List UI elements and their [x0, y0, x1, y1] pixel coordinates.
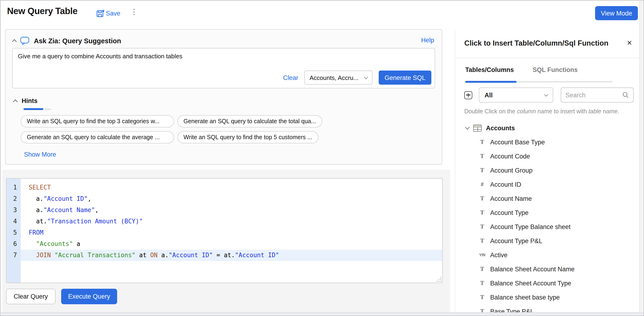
code-line[interactable]: 1SELECT	[6, 182, 442, 193]
column-label: Account Type P&L	[490, 237, 542, 244]
column-label: Account Group	[490, 167, 532, 174]
search-input[interactable]	[566, 92, 622, 98]
clear-link[interactable]: Clear	[283, 74, 298, 81]
more-options-button[interactable]: ⋮	[130, 8, 138, 16]
line-number: 2	[6, 193, 21, 204]
column-label: Account ID	[490, 181, 521, 188]
column-item[interactable]: TAccount Base Type	[455, 135, 641, 149]
text-column-icon: T	[478, 209, 486, 216]
save-button[interactable]: Save	[96, 10, 120, 18]
table-filter-dropdown[interactable]: All	[479, 88, 553, 102]
text-column-icon: T	[478, 152, 486, 160]
query-table-window: New Query Table Save ⋮ View Mode	[0, 0, 644, 316]
helper-text: Double Click on the column name to inser…	[464, 108, 619, 115]
text-column-icon: T	[478, 279, 486, 287]
tab-track	[465, 81, 612, 82]
zia-query-input[interactable]: Give me a query to combine Accounts and …	[12, 48, 435, 88]
table-icon	[473, 124, 482, 132]
line-number: 6	[6, 238, 21, 250]
text-column-icon: T	[478, 265, 486, 273]
column-item[interactable]: TAccount Type P&L	[455, 234, 641, 248]
search-box	[561, 88, 634, 102]
tables-dropdown[interactable]: Accounts, Accru...	[304, 70, 372, 85]
sql-editor-area: 1SELECT2 a."Account ID",3 a."Account Nam…	[2, 170, 450, 314]
save-icon	[96, 10, 105, 18]
active-tab-indicator	[465, 81, 516, 83]
line-number: 5	[6, 227, 21, 238]
column-item[interactable]: #Account ID	[455, 177, 641, 192]
hint-chip[interactable]: Generate an SQL query to calculate the t…	[177, 115, 322, 128]
line-number: 4	[6, 216, 21, 227]
tab-sql-functions[interactable]: SQL Functions	[533, 66, 578, 73]
page-title: New Query Table	[7, 6, 78, 16]
execute-query-button[interactable]: Execute Query	[61, 289, 117, 304]
vertical-scrollbar[interactable]	[639, 1, 643, 315]
column-label: Balance Sheet Account Type	[490, 280, 571, 286]
boolean-column-icon: Y/N	[478, 252, 486, 257]
column-label: Account Type Balance sheet	[490, 223, 570, 230]
code-line[interactable]: 3 a."Account Name",	[6, 204, 442, 216]
hint-chips: Write an SQL query to find the top 3 cat…	[21, 115, 322, 147]
column-label: Balance Sheet Account Name	[490, 266, 574, 272]
chevron-down-icon	[544, 92, 548, 96]
chevron-down-icon[interactable]	[465, 125, 470, 130]
line-number: 3	[6, 204, 21, 216]
column-item[interactable]: TAccount Group	[455, 163, 641, 177]
code-line[interactable]: 7 JOIN "Accrual Transactions" at ON a."A…	[6, 250, 442, 261]
line-number: 1	[6, 182, 21, 193]
line-number: 7	[6, 250, 21, 261]
column-item[interactable]: TAccount Code	[455, 149, 641, 163]
code-line[interactable]: 5FROM	[6, 227, 442, 238]
column-item[interactable]: TBalance Sheet Account Type	[455, 276, 641, 290]
divider	[455, 58, 641, 58]
column-item[interactable]: TBase Type P&L	[455, 304, 641, 313]
code-line[interactable]: 4 at."Transaction Amount (BCY)"	[6, 216, 442, 227]
chevron-down-icon	[364, 75, 368, 79]
sql-code: 1SELECT2 a."Account ID",3 a."Account Nam…	[6, 182, 442, 261]
column-label: Active	[490, 251, 508, 258]
number-column-icon: #	[478, 182, 486, 187]
column-label: Account Base Type	[490, 138, 545, 146]
hints-title: Hints	[22, 97, 38, 104]
help-link[interactable]: Help	[421, 37, 434, 44]
hint-chip[interactable]: Generate an SQL query to calculate the a…	[21, 131, 174, 144]
code-line[interactable]: 6 "Accounts" a	[6, 238, 442, 250]
column-item[interactable]: Y/NActive	[455, 248, 641, 262]
column-list: TAccount Base TypeTAccount CodeTAccount …	[455, 135, 641, 313]
horizontal-scrollbar[interactable]	[1, 312, 643, 315]
text-column-icon: T	[478, 138, 486, 146]
column-item[interactable]: TBalance sheet base type	[455, 290, 641, 304]
clear-query-button[interactable]: Clear Query	[6, 289, 56, 304]
generate-sql-button[interactable]: Generate SQL	[379, 70, 431, 85]
column-item[interactable]: TAccount Name	[455, 192, 641, 206]
close-icon[interactable]: ✕	[627, 40, 632, 46]
text-column-icon: T	[478, 223, 486, 230]
text-column-icon: T	[478, 166, 486, 174]
table-tree-node-accounts[interactable]: Accounts	[466, 123, 515, 133]
column-label: Account Name	[490, 195, 532, 202]
tab-tables-columns[interactable]: Tables/Columns	[465, 66, 514, 73]
code-line[interactable]: 2 a."Account ID",	[6, 193, 442, 204]
ask-zia-panel: Ask Zia: Query Suggestion Help Give me a…	[5, 29, 442, 164]
column-label: Balance sheet base type	[490, 294, 560, 301]
show-more-link[interactable]: Show More	[24, 151, 56, 158]
hint-chip[interactable]: Write an SQL query to find the top 5 cus…	[177, 131, 318, 144]
insert-panel-title: Click to Insert Table/Column/Sql Functio…	[464, 39, 608, 48]
column-label: Account Type	[490, 209, 528, 216]
collapse-hints-icon[interactable]	[13, 99, 18, 104]
hint-chip[interactable]: Write an SQL query to find the top 3 cat…	[21, 115, 174, 128]
sql-editor[interactable]: 1SELECT2 a."Account ID",3 a."Account Nam…	[6, 178, 443, 283]
zia-panel-title: Ask Zia: Query Suggestion	[34, 37, 121, 45]
expand-all-icon[interactable]	[464, 91, 472, 99]
column-item[interactable]: TBalance Sheet Account Name	[455, 262, 641, 276]
hints-carousel-indicator	[24, 108, 43, 110]
zia-query-text[interactable]: Give me a query to combine Accounts and …	[18, 52, 430, 61]
column-item[interactable]: TAccount Type Balance sheet	[455, 220, 641, 234]
collapse-zia-icon[interactable]	[12, 39, 17, 44]
tables-dropdown-value: Accounts, Accru...	[310, 74, 364, 81]
resize-grip[interactable]	[436, 276, 441, 282]
table-name[interactable]: Accounts	[486, 124, 515, 132]
column-label: Account Code	[490, 152, 530, 160]
view-mode-button[interactable]: View Mode	[595, 6, 638, 20]
column-item[interactable]: TAccount Type	[455, 206, 641, 220]
